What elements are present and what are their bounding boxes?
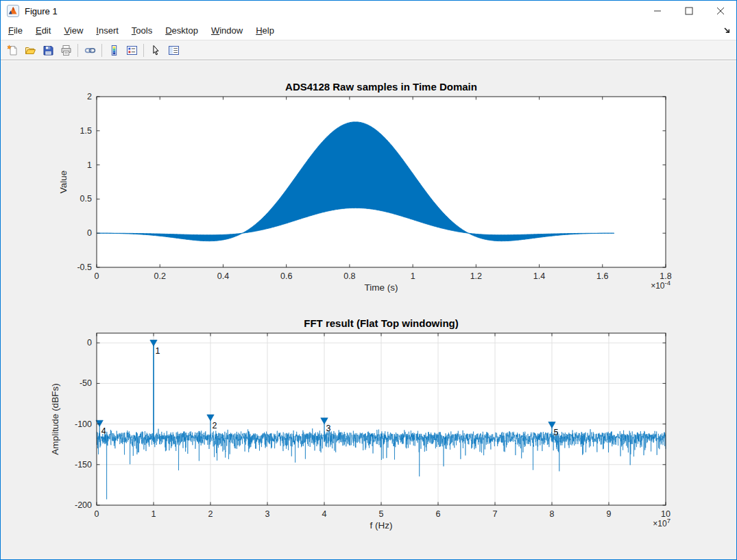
print-figure-icon[interactable]: [57, 41, 75, 59]
save-figure-icon[interactable]: [39, 41, 57, 59]
fft-chart: 12345012345678910-200-150-100-500FFT res…: [50, 317, 670, 531]
peak-label: 1: [156, 346, 160, 356]
svg-text:0: 0: [87, 228, 92, 238]
open-file-icon[interactable]: [21, 41, 39, 59]
svg-text:0: 0: [95, 509, 99, 519]
time-domain-chart: 00.20.40.60.811.21.41.61.8-0.500.511.52A…: [58, 81, 672, 293]
toolbar-separator: [77, 44, 78, 57]
matlab-logo-icon: [7, 5, 19, 17]
link-plot-icon[interactable]: [81, 41, 99, 59]
close-button[interactable]: [705, 1, 736, 21]
toolbar-separator: [101, 44, 102, 57]
svg-text:8: 8: [550, 509, 555, 519]
figure-canvas: 00.20.40.60.811.21.41.61.8-0.500.511.52A…: [1, 61, 736, 560]
x-axis-label: Time (s): [365, 282, 398, 293]
edit-plot-icon[interactable]: [147, 41, 165, 59]
svg-text:-0.5: -0.5: [77, 263, 92, 272]
menu-view[interactable]: View: [64, 25, 83, 36]
chart-title: FFT result (Flat Top windowing): [304, 317, 459, 329]
svg-text:0.2: 0.2: [154, 271, 166, 281]
svg-text:-200: -200: [75, 500, 92, 510]
menu-help[interactable]: Help: [256, 25, 274, 36]
menu-edit[interactable]: Edit: [36, 25, 51, 36]
minimize-button[interactable]: [642, 1, 673, 21]
toolbar-separator: [143, 44, 144, 57]
insert-colorbar-icon[interactable]: [105, 41, 123, 59]
svg-text:0: 0: [87, 338, 92, 348]
new-figure-icon[interactable]: [3, 41, 21, 59]
svg-text:1: 1: [152, 509, 156, 519]
axis-exponent-label: ×10-4: [651, 279, 670, 291]
svg-text:1: 1: [87, 160, 92, 170]
svg-text:0.6: 0.6: [280, 271, 292, 281]
svg-text:-50: -50: [80, 378, 92, 388]
menu-bar: File Edit View Insert Tools Desktop Wind…: [1, 21, 736, 40]
figure-toolbar: [1, 40, 736, 60]
svg-text:5: 5: [379, 509, 384, 519]
svg-text:1.6: 1.6: [596, 271, 608, 281]
svg-text:-150: -150: [75, 460, 92, 470]
chart-title: ADS4128 Raw samples in Time Domain: [285, 81, 477, 93]
dock-arrow-icon[interactable]: [723, 25, 732, 34]
menu-window[interactable]: Window: [211, 25, 243, 36]
y-axis-label: Amplitude (dBFs): [50, 383, 60, 454]
svg-text:0.4: 0.4: [217, 271, 229, 281]
svg-text:2: 2: [87, 92, 92, 101]
title-bar[interactable]: Figure 1: [1, 1, 736, 21]
svg-text:2: 2: [208, 509, 213, 519]
svg-text:7: 7: [493, 509, 498, 519]
figure-window: Figure 1 File Edit View Insert Tools Des…: [0, 0, 737, 560]
peak-label: 3: [326, 424, 331, 433]
peak-label: 5: [554, 428, 559, 437]
x-axis-label: f (Hz): [370, 520, 393, 531]
y-axis-label: Value: [58, 171, 69, 194]
svg-text:0.8: 0.8: [343, 271, 355, 281]
svg-text:9: 9: [607, 509, 612, 519]
svg-text:6: 6: [436, 509, 441, 519]
axis-exponent-label: ×107: [653, 517, 670, 528]
svg-text:0.5: 0.5: [80, 194, 92, 204]
maximize-button[interactable]: [673, 1, 705, 21]
peak-label: 2: [213, 421, 217, 430]
window-title: Figure 1: [25, 6, 58, 16]
insert-legend-icon[interactable]: [123, 41, 141, 59]
svg-text:1.5: 1.5: [80, 126, 92, 136]
menu-tools[interactable]: Tools: [132, 25, 152, 36]
svg-text:0: 0: [95, 271, 99, 281]
svg-text:1: 1: [411, 271, 415, 281]
property-inspector-icon[interactable]: [165, 41, 182, 59]
window-controls: [642, 1, 736, 21]
charts-svg: 00.20.40.60.811.21.41.61.8-0.500.511.52A…: [1, 61, 736, 560]
menu-desktop[interactable]: Desktop: [165, 25, 198, 36]
svg-text:-100: -100: [75, 419, 92, 429]
svg-text:4: 4: [322, 509, 327, 519]
menu-file[interactable]: File: [8, 25, 23, 36]
menu-insert[interactable]: Insert: [96, 25, 119, 36]
peak-label: 4: [101, 426, 106, 436]
svg-text:1.2: 1.2: [470, 271, 482, 281]
svg-text:3: 3: [265, 509, 270, 519]
svg-text:1.4: 1.4: [533, 271, 545, 281]
